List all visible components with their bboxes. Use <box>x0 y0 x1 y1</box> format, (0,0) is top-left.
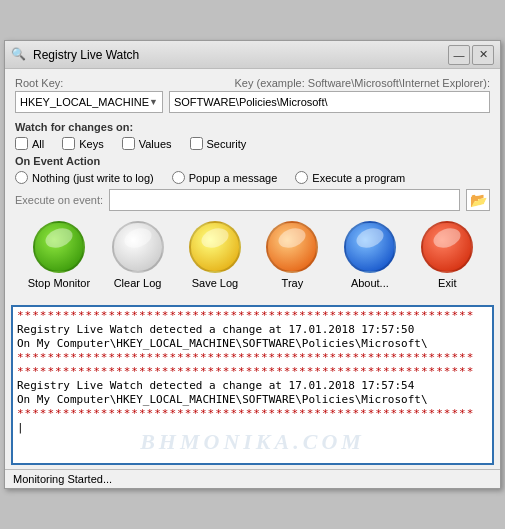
stop-monitor-button[interactable]: Stop Monitor <box>28 221 90 289</box>
execute-label: Execute on event: <box>15 194 103 206</box>
folder-icon: 📂 <box>470 192 487 208</box>
save-log-orb <box>189 221 241 273</box>
radio-popup-input[interactable] <box>172 171 185 184</box>
check-all-label: All <box>32 138 44 150</box>
status-bar: Monitoring Started... <box>5 469 500 488</box>
radio-popup[interactable]: Popup a message <box>172 171 278 184</box>
clear-log-label: Clear Log <box>114 277 162 289</box>
window-title: Registry Live Watch <box>33 48 448 62</box>
event-section-label: On Event Action <box>15 155 490 167</box>
radio-nothing[interactable]: Nothing (just write to log) <box>15 171 154 184</box>
watch-checkboxes: All Keys Values Security <box>15 137 490 150</box>
title-bar: 🔍 Registry Live Watch — ✕ <box>5 41 500 69</box>
save-log-label: Save Log <box>192 277 238 289</box>
save-log-button[interactable]: Save Log <box>185 221 245 289</box>
check-values-label: Values <box>139 138 172 150</box>
check-values-input[interactable] <box>122 137 135 150</box>
root-key-label: Root Key: <box>15 77 63 89</box>
check-security[interactable]: Security <box>190 137 247 150</box>
log-separator: ****************************************… <box>17 351 488 365</box>
radio-execute-label: Execute a program <box>312 172 405 184</box>
radio-nothing-input[interactable] <box>15 171 28 184</box>
check-values[interactable]: Values <box>122 137 172 150</box>
log-separator: ****************************************… <box>17 407 488 421</box>
exit-button[interactable]: Exit <box>417 221 477 289</box>
close-button[interactable]: ✕ <box>472 45 494 65</box>
radio-execute[interactable]: Execute a program <box>295 171 405 184</box>
exit-orb <box>421 221 473 273</box>
main-window: 🔍 Registry Live Watch — ✕ Root Key: Key … <box>4 40 501 489</box>
log-line: Registry Live Watch detected a change at… <box>17 323 488 337</box>
log-area[interactable]: ****************************************… <box>11 305 494 465</box>
tray-button[interactable]: Tray <box>262 221 322 289</box>
check-keys[interactable]: Keys <box>62 137 103 150</box>
exit-label: Exit <box>438 277 456 289</box>
key-input[interactable] <box>169 91 490 113</box>
about-orb <box>344 221 396 273</box>
check-all-input[interactable] <box>15 137 28 150</box>
watch-section-label: Watch for changes on: <box>15 121 490 133</box>
check-security-label: Security <box>207 138 247 150</box>
radio-nothing-label: Nothing (just write to log) <box>32 172 154 184</box>
stop-monitor-label: Stop Monitor <box>28 277 90 289</box>
check-keys-label: Keys <box>79 138 103 150</box>
tray-orb <box>266 221 318 273</box>
log-line: On My Computer\HKEY_LOCAL_MACHINE\SOFTWA… <box>17 393 488 407</box>
about-label: About... <box>351 277 389 289</box>
app-icon: 🔍 <box>11 47 27 63</box>
dropdown-arrow: ▼ <box>149 97 158 107</box>
radio-execute-input[interactable] <box>295 171 308 184</box>
check-all[interactable]: All <box>15 137 44 150</box>
log-separator: ****************************************… <box>17 365 488 379</box>
clear-log-orb <box>112 221 164 273</box>
execute-row: Execute on event: 📂 <box>15 189 490 211</box>
radio-popup-label: Popup a message <box>189 172 278 184</box>
log-separator: ****************************************… <box>17 309 488 323</box>
window-controls: — ✕ <box>448 45 494 65</box>
execute-input[interactable] <box>109 189 460 211</box>
check-keys-input[interactable] <box>62 137 75 150</box>
minimize-button[interactable]: — <box>448 45 470 65</box>
button-row: Stop Monitor Clear Log Save Log Tray Abo… <box>15 215 490 297</box>
root-key-value: HKEY_LOCAL_MACHINE <box>20 96 149 108</box>
about-button[interactable]: About... <box>340 221 400 289</box>
root-key-dropdown[interactable]: HKEY_LOCAL_MACHINE ▼ <box>15 91 163 113</box>
status-text: Monitoring Started... <box>13 473 112 485</box>
clear-log-button[interactable]: Clear Log <box>108 221 168 289</box>
tray-label: Tray <box>282 277 304 289</box>
log-cursor: | <box>17 421 488 435</box>
stop-monitor-orb <box>33 221 85 273</box>
log-line: Registry Live Watch detected a change at… <box>17 379 488 393</box>
main-content: Root Key: Key (example: Software\Microso… <box>5 69 500 305</box>
key-label: Key (example: Software\Microsoft\Interne… <box>234 77 490 89</box>
event-radios: Nothing (just write to log) Popup a mess… <box>15 171 490 184</box>
check-security-input[interactable] <box>190 137 203 150</box>
folder-browse-button[interactable]: 📂 <box>466 189 490 211</box>
log-line: On My Computer\HKEY_LOCAL_MACHINE\SOFTWA… <box>17 337 488 351</box>
